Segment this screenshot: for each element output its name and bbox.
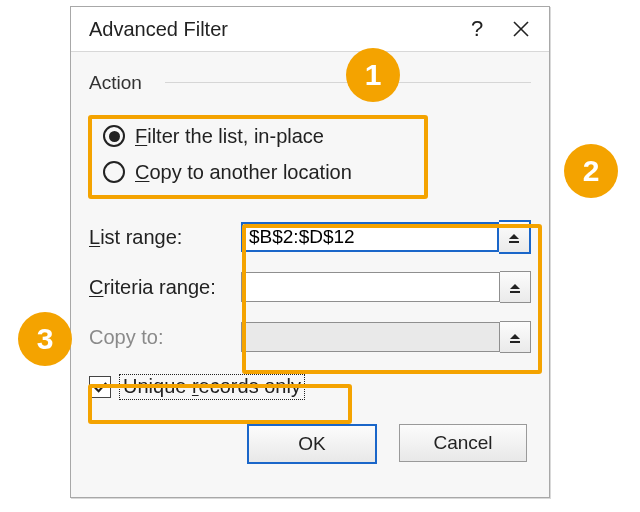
radio-label: Filter the list, in-place [135,125,324,148]
action-section-label: Action [89,72,531,94]
list-range-ref-button[interactable] [499,220,531,254]
collapse-dialog-icon [507,279,523,295]
help-button[interactable]: ? [455,7,499,51]
close-button[interactable] [499,7,543,51]
callout-badge-2: 2 [564,144,618,198]
list-range-row: List range: [89,218,531,256]
criteria-range-ref-button[interactable] [500,271,531,303]
callout-badge-3: 3 [18,312,72,366]
copy-to-row: Copy to: [89,318,531,356]
cancel-button[interactable]: Cancel [399,424,527,462]
divider [165,82,531,83]
checkbox-label: Unique records only [119,374,305,400]
criteria-range-row: Criteria range: [89,268,531,306]
dialog-title: Advanced Filter [89,18,455,41]
advanced-filter-dialog: Advanced Filter ? Action Filter the list… [70,6,550,498]
list-range-label: List range: [89,226,241,249]
radio-filter-in-place[interactable]: Filter the list, in-place [103,118,531,154]
copy-to-ref-button[interactable] [500,321,531,353]
copy-to-label: Copy to: [89,326,241,349]
radio-label: Copy to another location [135,161,352,184]
collapse-dialog-icon [507,329,523,345]
ok-button[interactable]: OK [247,424,377,464]
checkbox-icon [89,376,111,398]
criteria-range-label: Criteria range: [89,276,241,299]
collapse-dialog-icon [506,229,522,245]
radio-icon [103,161,125,183]
list-range-input[interactable] [241,222,499,252]
close-icon [512,20,530,38]
criteria-range-input[interactable] [241,272,500,302]
unique-records-checkbox[interactable]: Unique records only [89,374,531,400]
titlebar: Advanced Filter ? [71,7,549,52]
copy-to-input [241,322,500,352]
radio-copy-to-location[interactable]: Copy to another location [103,154,531,190]
radio-icon [103,125,125,147]
